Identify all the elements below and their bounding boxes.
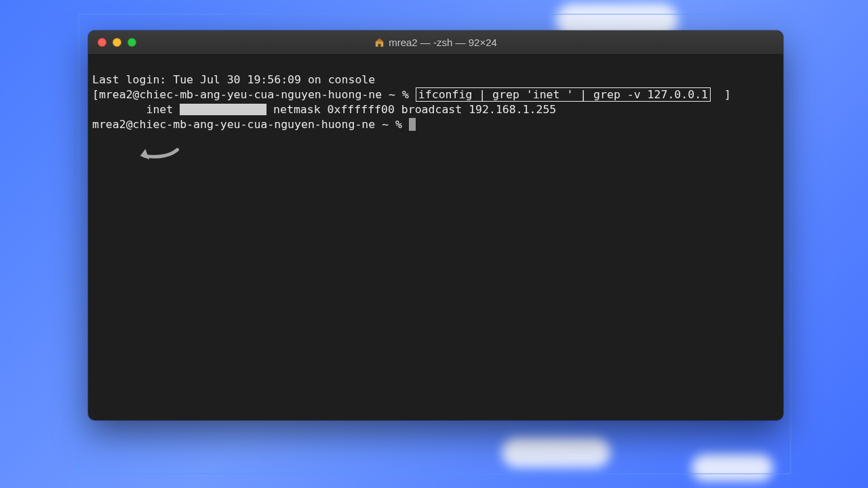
- prompt-userhost: mrea2@chiec-mb-ang-yeu-cua-nguyen-huong-…: [99, 88, 409, 101]
- output-suffix: netmask 0xffffff00 broadcast 192.168.1.2…: [267, 103, 556, 116]
- minimize-button[interactable]: [113, 38, 121, 47]
- window-title: mrea2 — -zsh — 92×24: [88, 37, 783, 48]
- last-login-line: Last login: Tue Jul 30 19:56:09 on conso…: [92, 73, 779, 87]
- terminal-window: mrea2 — -zsh — 92×24 Last login: Tue Jul…: [88, 30, 783, 420]
- cursor: [409, 118, 416, 131]
- home-icon: [374, 37, 384, 47]
- maximize-button[interactable]: [127, 38, 136, 47]
- command-highlight-box: ifconfig | grep 'inet ' | grep -v 127.0.…: [416, 87, 711, 102]
- terminal-body[interactable]: Last login: Tue Jul 30 19:56:09 on conso…: [88, 55, 783, 420]
- prompt-close-bracket: ]: [724, 88, 731, 101]
- titlebar[interactable]: mrea2 — -zsh — 92×24: [88, 30, 783, 55]
- traffic-lights: [88, 38, 136, 47]
- close-button[interactable]: [98, 38, 106, 47]
- prompt-open-bracket: [: [92, 88, 99, 101]
- window-title-text: mrea2 — -zsh — 92×24: [389, 37, 497, 48]
